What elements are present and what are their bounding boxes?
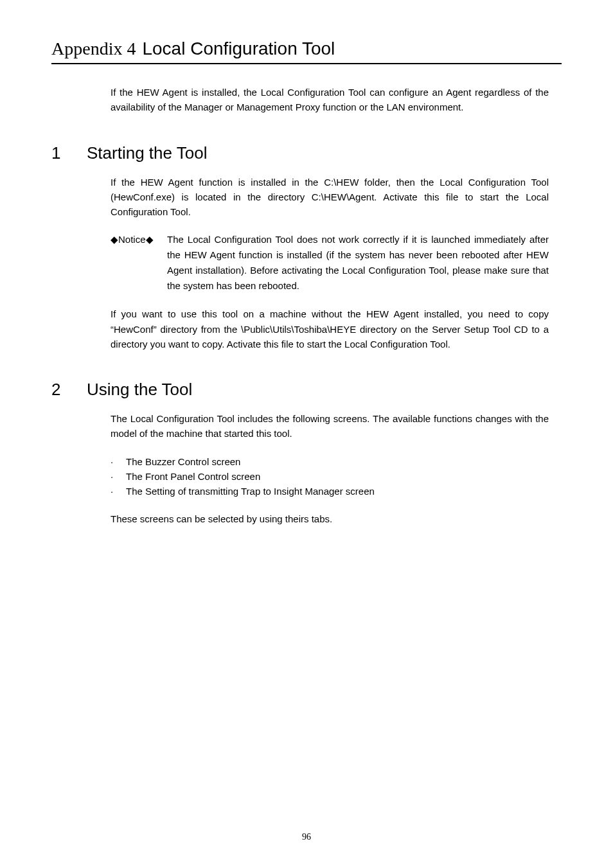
notice-text: The Local Configuration Tool does not wo… — [167, 232, 549, 294]
list-item-text: The Buzzer Control screen — [126, 454, 240, 469]
page-number: 96 — [0, 832, 613, 842]
section-1-para-2: If you want to use this tool on a machin… — [111, 306, 549, 351]
section-1-number: 1 — [51, 143, 87, 163]
section-1-title: Starting the Tool — [87, 143, 207, 163]
list-item: · The Front Panel Control screen — [111, 469, 549, 484]
bullet-list: · The Buzzer Control screen · The Front … — [111, 454, 549, 499]
intro-paragraph: If the HEW Agent is installed, the Local… — [111, 85, 549, 115]
bullet-icon: · — [111, 469, 126, 484]
notice-block: ◆Notice◆ The Local Configuration Tool do… — [111, 232, 549, 294]
list-item: · The Buzzer Control screen — [111, 454, 549, 469]
list-item-text: The Setting of transmitting Trap to Insi… — [126, 484, 375, 499]
section-2-heading: 2 Using the Tool — [51, 380, 562, 400]
list-item: · The Setting of transmitting Trap to In… — [111, 484, 549, 499]
bullet-icon: · — [111, 454, 126, 469]
notice-label: ◆Notice◆ — [111, 232, 167, 294]
appendix-title: Local Configuration Tool — [142, 39, 335, 59]
page-content: Appendix 4 Local Configuration Tool If t… — [0, 0, 613, 565]
section-1-para-1: If the HEW Agent function is installed i… — [111, 175, 549, 220]
section-1-heading: 1 Starting the Tool — [51, 143, 562, 163]
bullet-icon: · — [111, 484, 126, 499]
section-2-title: Using the Tool — [87, 380, 192, 400]
section-2-number: 2 — [51, 380, 87, 400]
title-row: Appendix 4 Local Configuration Tool — [51, 39, 562, 64]
section-2-para-2: These screens can be selected by using t… — [111, 511, 549, 526]
section-2-para-1: The Local Configuration Tool includes th… — [111, 411, 549, 441]
appendix-label: Appendix 4 — [51, 39, 136, 59]
list-item-text: The Front Panel Control screen — [126, 469, 260, 484]
